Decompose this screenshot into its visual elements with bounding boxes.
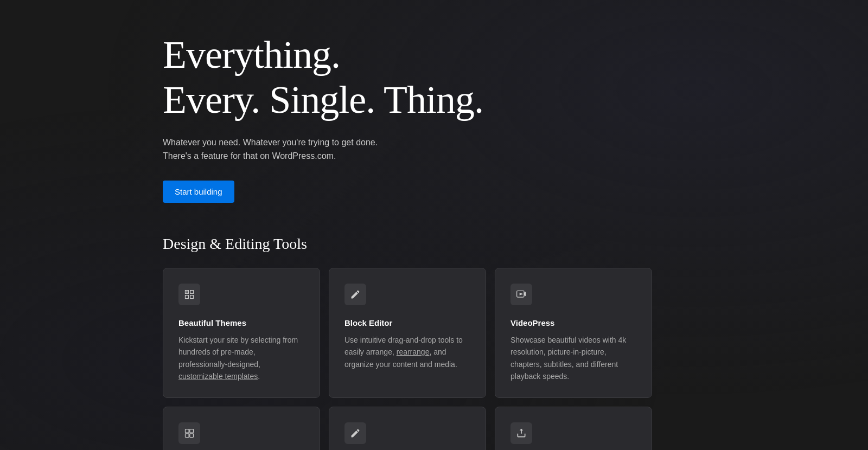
customizable-templates-link[interactable]: customizable templates bbox=[178, 372, 258, 381]
advanced-design-icon-container bbox=[344, 422, 366, 444]
patterns-icon bbox=[184, 428, 195, 439]
themes-icon bbox=[184, 289, 195, 300]
cards-grid: Beautiful Themes Kickstart your site by … bbox=[163, 268, 662, 450]
svg-marker-2 bbox=[520, 292, 524, 295]
block-editor-icon-container bbox=[344, 284, 366, 305]
svg-rect-5 bbox=[186, 434, 189, 438]
card-beautiful-themes-description: Kickstart your site by selecting from hu… bbox=[178, 334, 304, 383]
svg-rect-3 bbox=[186, 429, 189, 433]
videopress-icon-container bbox=[510, 284, 532, 305]
design-editing-tools-section: Design & Editing Tools Beautiful Themes … bbox=[163, 235, 868, 450]
card-block-editor-description: Use intuitive drag-and-drop tools to eas… bbox=[344, 334, 470, 370]
card-videopress-title: VideoPress bbox=[510, 318, 636, 327]
rearrange-link[interactable]: rearrange bbox=[397, 348, 430, 356]
card-upload-media: Upload Any Type of Media Create designer… bbox=[495, 407, 652, 450]
hero-title: Everything. Every. Single. Thing. bbox=[163, 33, 868, 123]
hero-subtitle: Whatever you need. Whatever you're tryin… bbox=[163, 136, 391, 163]
card-block-editor: Block Editor Use intuitive drag-and-drop… bbox=[329, 268, 486, 398]
svg-rect-6 bbox=[190, 434, 194, 438]
hero-section: Everything. Every. Single. Thing. Whatev… bbox=[163, 33, 868, 203]
card-beautiful-themes: Beautiful Themes Kickstart your site by … bbox=[163, 268, 320, 398]
video-icon bbox=[516, 289, 527, 300]
card-videopress-description: Showcase beautiful videos with 4k resolu… bbox=[510, 334, 636, 383]
design-icon bbox=[350, 428, 361, 439]
upload-icon-container bbox=[510, 422, 532, 444]
start-building-button[interactable]: Start building bbox=[163, 181, 234, 203]
svg-rect-4 bbox=[190, 429, 194, 433]
patterns-icon-container bbox=[178, 422, 200, 444]
themes-icon-container bbox=[178, 284, 200, 305]
card-block-editor-title: Block Editor bbox=[344, 318, 470, 327]
card-pre-built-block-patterns: Pre-Built Block Patterns Create great-lo… bbox=[163, 407, 320, 450]
pencil-icon bbox=[350, 289, 361, 300]
svg-rect-0 bbox=[186, 291, 188, 293]
card-beautiful-themes-title: Beautiful Themes bbox=[178, 318, 304, 327]
card-videopress: VideoPress Showcase beautiful videos wit… bbox=[495, 268, 652, 398]
card-advanced-design-tools: Advanced Design Tools Customize your blo… bbox=[329, 407, 486, 450]
upload-icon bbox=[516, 428, 527, 439]
section-title: Design & Editing Tools bbox=[163, 235, 868, 253]
